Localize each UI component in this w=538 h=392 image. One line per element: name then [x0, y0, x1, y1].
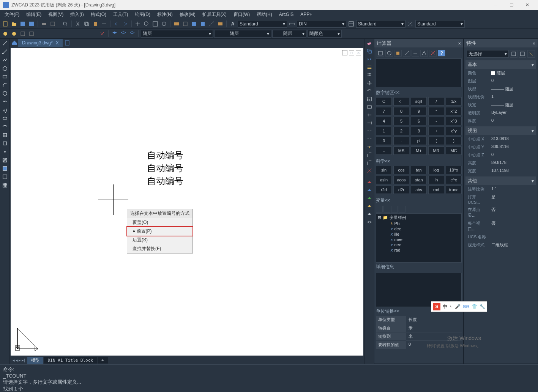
break-at-point-icon[interactable]: [365, 127, 374, 135]
calc-btn-atan[interactable]: atan: [411, 176, 427, 184]
props-pickadd-icon[interactable]: [510, 50, 517, 58]
calc-btn-rnd[interactable]: rnd: [428, 186, 444, 194]
cut-icon[interactable]: [74, 20, 82, 28]
calc-btn-x^2[interactable]: x^2: [446, 107, 462, 115]
menu-arcgis[interactable]: ArcGIS: [276, 11, 297, 18]
calc-btn--[interactable]: -: [428, 117, 444, 125]
calc-getpoint-icon[interactable]: [403, 50, 410, 57]
calc-btn-ln[interactable]: ln: [428, 176, 444, 184]
menu-file[interactable]: 文件(F): [2, 10, 22, 19]
calc-btn-1/x[interactable]: 1/x: [446, 97, 462, 105]
dim-style-combo[interactable]: DIN▾: [297, 20, 346, 28]
prop-section-基本[interactable]: 基本▾: [465, 60, 536, 69]
calc-btn-8[interactable]: 8: [393, 107, 409, 115]
menu-edit[interactable]: 编辑(E): [23, 10, 44, 19]
layout-tab-add[interactable]: +: [98, 357, 108, 364]
var-calc-icon[interactable]: [399, 206, 405, 213]
toolbox4-icon[interactable]: [199, 20, 207, 28]
calc-getdist-icon[interactable]: [412, 50, 419, 57]
calc-btn-*[interactable]: *: [428, 107, 444, 115]
copy-icon[interactable]: [83, 20, 90, 28]
menu-view[interactable]: 视图(V): [45, 10, 66, 19]
popup-item-find-replace[interactable]: 查找并替换(F): [127, 244, 192, 253]
arc-icon[interactable]: [1, 81, 9, 89]
table-icon[interactable]: [1, 181, 9, 189]
ellipse-icon[interactable]: [1, 115, 9, 122]
calc-btn-<--[interactable]: <--: [393, 97, 409, 105]
save-as-icon[interactable]: [28, 20, 35, 28]
calc-btn-asin[interactable]: asin: [376, 176, 392, 184]
zoom-icon[interactable]: [143, 20, 150, 28]
variable-tree[interactable]: ⊟ 📁 变量样例 k Phix deex illex meex neex rad: [376, 213, 462, 263]
polygon-icon[interactable]: [1, 65, 9, 72]
save-icon[interactable]: [19, 20, 27, 28]
calc-btn-3[interactable]: 3: [411, 127, 427, 135]
close-button[interactable]: ✕: [520, 0, 535, 9]
calc-btn-2[interactable]: 2: [393, 127, 409, 135]
new-icon[interactable]: [2, 20, 9, 28]
menu-tools[interactable]: 工具(T): [110, 10, 131, 19]
numpad-section-title[interactable]: 数字键区<<: [376, 88, 462, 97]
toolbox2-icon[interactable]: [181, 20, 189, 28]
rotate-icon[interactable]: [365, 87, 374, 95]
var-new-icon[interactable]: [376, 206, 383, 213]
ime-tools-icon[interactable]: 🔧: [480, 304, 485, 309]
layout-last-icon[interactable]: ▸|: [22, 358, 25, 363]
calc-help-icon[interactable]: ?: [438, 50, 445, 57]
calc-btn-cos[interactable]: cos: [393, 166, 409, 174]
calc-btn-MS[interactable]: MS: [393, 146, 409, 155]
layout-first-icon[interactable]: |◂: [11, 358, 15, 363]
var-edit-icon[interactable]: [383, 206, 390, 213]
calc-btn-.[interactable]: .: [393, 137, 409, 145]
array-icon[interactable]: [365, 71, 374, 79]
prop-section-其他[interactable]: 其他▾: [465, 176, 536, 185]
text-style-icon[interactable]: A: [229, 20, 237, 28]
make-block-icon[interactable]: [1, 140, 9, 147]
ime-punct-icon[interactable]: •,: [450, 304, 453, 309]
prop-section-视图[interactable]: 视图▾: [465, 126, 536, 135]
trim-icon[interactable]: [365, 111, 374, 119]
zoom-window-icon[interactable]: [151, 20, 159, 28]
scale-icon[interactable]: [365, 95, 374, 103]
copy2-icon[interactable]: [365, 47, 374, 55]
explode-icon[interactable]: [365, 167, 374, 175]
layer-tool-1[interactable]: [365, 179, 374, 187]
sci-section-title[interactable]: 科学<<: [376, 157, 462, 166]
calc-btn-1[interactable]: 1: [376, 127, 392, 135]
ime-mode[interactable]: 中: [443, 304, 447, 310]
stretch-icon[interactable]: [365, 103, 374, 111]
calc-btn-d2r[interactable]: d2r: [393, 186, 409, 194]
calc-btn-7[interactable]: 7: [376, 107, 392, 115]
var-item-dee[interactable]: x dee: [377, 226, 461, 231]
find-icon[interactable]: [62, 20, 69, 28]
menu-window[interactable]: 窗口(W): [230, 10, 253, 19]
var-item-rad[interactable]: x rad: [377, 247, 461, 253]
calc-btn-tan[interactable]: tan: [411, 166, 427, 174]
layer-tool-4[interactable]: [365, 203, 374, 211]
props-quick-icon[interactable]: [527, 50, 535, 58]
calc-display[interactable]: [376, 58, 462, 87]
table-style-icon[interactable]: [347, 20, 355, 28]
polyline-icon[interactable]: [1, 56, 9, 64]
var-item-nee[interactable]: x nee: [377, 242, 461, 247]
menu-insert[interactable]: 插入(I): [67, 10, 87, 19]
new-tab-icon[interactable]: [63, 39, 71, 47]
maximize-button[interactable]: ☐: [504, 0, 519, 9]
calc-close-icon[interactable]: ×: [458, 41, 461, 46]
var-item-ille[interactable]: x ille: [377, 231, 461, 237]
calc-btn-MR[interactable]: MR: [428, 146, 444, 155]
calc-clear-icon[interactable]: [377, 50, 384, 57]
menu-modify[interactable]: 修改(M): [177, 10, 199, 19]
move-icon[interactable]: [365, 79, 374, 87]
text-style-combo[interactable]: Standard▾: [238, 20, 287, 28]
table-style-combo[interactable]: Standard▾: [356, 20, 405, 28]
calc-btn-e^x[interactable]: e^x: [446, 176, 462, 184]
menu-ext-tools[interactable]: 扩展工具(X): [199, 10, 230, 19]
menu-format[interactable]: 格式(O): [88, 10, 109, 19]
layout-tab-model[interactable]: 模型: [27, 357, 43, 364]
layer-tool-5[interactable]: [365, 211, 374, 219]
calc-btn-pi[interactable]: pi: [411, 137, 427, 145]
erase-icon[interactable]: [365, 39, 374, 47]
var-item-mee[interactable]: x mee: [377, 237, 461, 242]
circle-icon[interactable]: [1, 90, 9, 97]
